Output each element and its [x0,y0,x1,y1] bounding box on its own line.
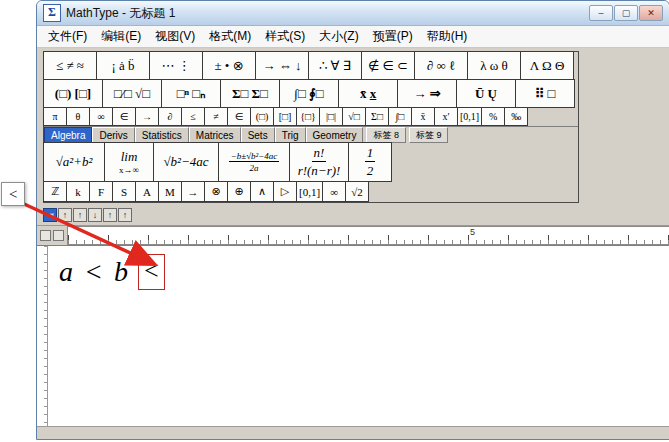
bottom-symbol-button[interactable]: M [158,181,182,202]
small-symbol-button[interactable]: ∂ [158,107,182,126]
symbol-palette-button[interactable]: → ⇔ ↓ [255,51,309,80]
small-symbol-button[interactable]: ∞ [89,107,113,126]
small-symbol-button[interactable]: |□| [319,107,343,126]
symbol-palette-button[interactable]: Λ Ω Θ [520,51,574,80]
small-symbol-button[interactable]: ∈ [227,107,251,126]
app-logo-icon: Σ [43,4,61,22]
bottom-symbol-button[interactable]: F [89,181,113,202]
symbol-palette-button[interactable]: ≤ ≠ ≈ [43,51,97,80]
menu-item[interactable]: 格式(M) [202,26,258,47]
symbol-palette-button[interactable]: ⋯ ⋮ [149,51,203,80]
small-symbol-button[interactable]: % [481,107,505,126]
arrow-nudge-button[interactable]: ↑ [103,208,117,222]
symbol-palette-button[interactable]: ± • ⊗ [202,51,256,80]
bottom-symbol-button[interactable]: ∞ [322,181,346,202]
menu-item[interactable]: 帮助(H) [420,26,475,47]
mathtype-window: Σ MathType - 无标题 1 – ▢ ✕ 文件(F)编辑(E)视图(V)… [36,0,669,440]
bottom-symbol-button[interactable]: ∧ [250,181,274,202]
tab-stop-selector-icon[interactable] [40,230,51,241]
menu-item[interactable]: 视图(V) [148,26,202,47]
symbol-palette-button[interactable]: ¡ ȧ b̈ [96,51,150,80]
bottom-symbol-button[interactable]: ▷ [273,181,297,202]
small-symbol-button[interactable]: π [43,107,67,126]
tab-derivs[interactable]: Derivs [92,127,134,143]
bottom-symbol-button[interactable]: [0,1] [296,181,323,202]
small-symbol-button[interactable]: [0,1] [457,107,482,126]
expression-quadratic-formula[interactable]: −b±√b²−4ac 2a [218,142,290,182]
expression-one-half[interactable]: 1 2 [348,142,392,182]
tab-matrices[interactable]: Matrices [189,127,241,143]
desktop: < Σ MathType - 无标题 1 – ▢ ✕ 文件(F)编辑(E)视图(… [0,0,669,442]
template-palette-button[interactable]: (□) [□] [43,79,103,108]
insertion-highlight-box[interactable]: < [138,254,165,290]
small-symbol-button[interactable]: x̄ [411,107,435,126]
small-symbol-button[interactable]: ∈ [112,107,136,126]
title-bar[interactable]: Σ MathType - 无标题 1 – ▢ ✕ [37,1,669,26]
tab-statistics[interactable]: Statistics [135,127,189,143]
small-symbol-button[interactable]: x′ [434,107,458,126]
expression-sqrt-a2b2[interactable]: √a²+b² [43,142,105,182]
arrow-nudge-button[interactable]: ↓ [88,208,102,222]
template-palette-button[interactable]: Σ□ Σ□ [220,79,280,108]
tab-stop-selector-icon-2[interactable] [53,230,64,241]
template-palette-button[interactable]: □⁄□ √□ [102,79,162,108]
small-symbol-button[interactable]: Σ□ [365,107,389,126]
small-symbol-button[interactable]: θ [66,107,90,126]
bottom-symbol-button[interactable]: ℤ [43,181,67,202]
menu-item[interactable]: 编辑(E) [94,26,148,47]
math-expression[interactable]: a < b [59,256,130,288]
menu-item[interactable]: 样式(S) [258,26,312,47]
arrow-nudge-button[interactable]: ↑ [118,208,132,222]
tab-geometry[interactable]: Geometry [306,127,364,143]
expression-discriminant[interactable]: √b²−4ac [153,142,219,182]
bottom-symbol-button[interactable]: k [66,181,90,202]
bottom-symbol-button[interactable]: ⊕ [227,181,251,202]
menu-item[interactable]: 预置(P) [366,26,420,47]
small-symbol-button[interactable]: ∫□ [388,107,412,126]
close-button[interactable]: ✕ [639,5,663,21]
document-canvas[interactable]: a < b < [37,245,669,426]
bottom-symbol-button[interactable]: → [181,181,205,202]
symbol-palette-button[interactable]: ∂ ∞ ℓ [414,51,468,80]
symbol-palette-button[interactable]: λ ω θ [467,51,521,80]
fraction-numerator: −b±√b²−4ac [229,151,280,162]
expression-combination[interactable]: n! r!(n−r)! [289,142,349,182]
tab-sets[interactable]: Sets [241,127,275,143]
small-symbol-button[interactable]: √□ [342,107,366,126]
tiny-toolbar: ⇥ ↑↑↓↑↑ [43,208,132,222]
ruler[interactable]: 5 [37,225,669,245]
small-symbol-button[interactable]: ‰ [504,107,528,126]
small-symbol-button[interactable]: ≠ [204,107,228,126]
symbol-palette-button[interactable]: ∉ ∈ ⊂ [361,51,415,80]
template-palette-button[interactable]: ⠿ □ [515,79,575,108]
ruler-track[interactable]: 5 [67,226,669,245]
tab-custom-8[interactable]: 标签 8 [366,127,406,143]
template-palette-button[interactable]: □ⁿ □ₙ [161,79,221,108]
expression-limit[interactable]: lim x→∞ [104,142,154,182]
template-palette-button[interactable]: ∫□ ∮□ [279,79,339,108]
tab-custom-9[interactable]: 标签 9 [409,127,449,143]
minimize-button[interactable]: – [589,5,613,21]
bottom-symbol-button[interactable]: √2 [345,181,369,202]
bottom-symbol-button[interactable]: ⊗ [204,181,228,202]
tab-algebra[interactable]: Algebra [44,127,92,143]
menu-item[interactable]: 大小(Z) [312,26,365,47]
template-palette-button[interactable]: Ū Ų [456,79,516,108]
maximize-button[interactable]: ▢ [614,5,638,21]
bottom-symbol-button[interactable]: A [135,181,159,202]
tab-insert-button[interactable]: ⇥ [43,208,57,222]
tab-trig[interactable]: Trig [275,127,306,143]
ruler-corner [37,226,67,245]
template-palette-button[interactable]: → ⇒ [397,79,457,108]
small-symbol-button[interactable]: ≤ [181,107,205,126]
small-symbol-button[interactable]: → [135,107,159,126]
template-palette-button[interactable]: x̄ x̲ [338,79,398,108]
bottom-symbol-button[interactable]: S [112,181,136,202]
arrow-nudge-button[interactable]: ↑ [58,208,72,222]
small-symbol-button[interactable]: [□] [273,107,297,126]
arrow-nudge-button[interactable]: ↑ [73,208,87,222]
small-symbol-button[interactable]: (□) [250,107,274,126]
small-symbol-button[interactable]: {□} [296,107,320,126]
symbol-palette-button[interactable]: ∴ ∀ ∃ [308,51,362,80]
menu-item[interactable]: 文件(F) [41,26,94,47]
